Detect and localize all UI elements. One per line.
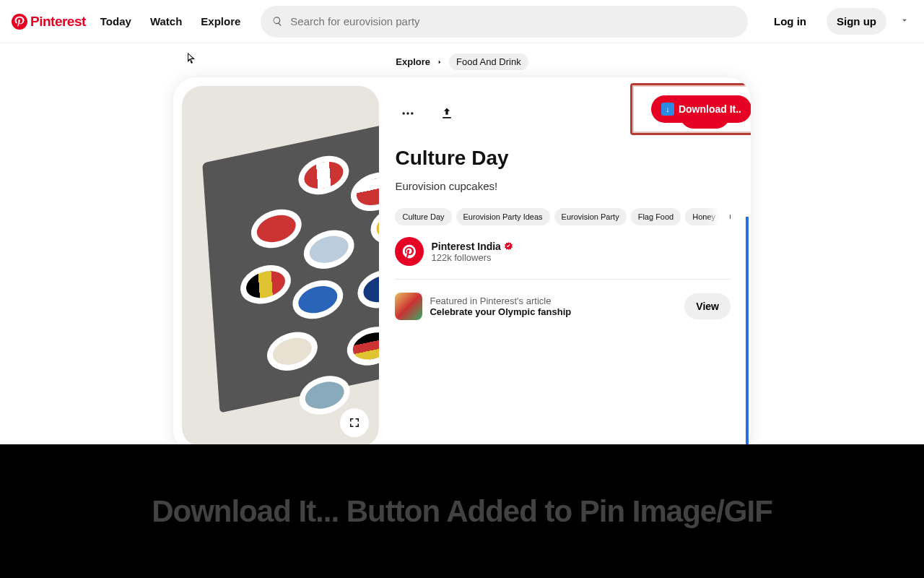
caption-text: Download It... Button Added to Pin Image…: [152, 494, 772, 529]
pinterest-icon: [12, 14, 27, 30]
login-button[interactable]: Log in: [764, 8, 816, 35]
profile-followers: 122k followers: [431, 252, 513, 263]
chevron-down-icon: [899, 15, 910, 25]
more-button[interactable]: [395, 100, 421, 126]
tag[interactable]: Culture Day: [395, 208, 451, 225]
annotation-line: [746, 217, 749, 462]
pin-description: Eurovision cupcakes!: [395, 180, 731, 192]
svg-point-2: [407, 112, 409, 114]
pin-title: Culture Day: [395, 147, 731, 170]
expand-image-button[interactable]: [340, 408, 369, 437]
search-input[interactable]: [290, 15, 736, 27]
nav-today[interactable]: Today: [96, 9, 136, 33]
pin-image[interactable]: [182, 86, 379, 447]
download-highlight-box: ↓ Download It..: [630, 83, 751, 135]
featured-text: Featured in Pinterest's article Celebrat…: [430, 296, 677, 317]
profile-info: Pinterest India 122k followers: [431, 241, 513, 263]
logo[interactable]: Pinterest: [12, 14, 86, 30]
chevron-right-icon: [436, 59, 443, 66]
share-icon: [440, 106, 454, 121]
featured-row: Featured in Pinterest's article Celebrat…: [395, 293, 731, 320]
chevron-right-icon: [726, 212, 731, 222]
expand-icon: [348, 416, 361, 429]
featured-sub: Featured in Pinterest's article: [430, 296, 677, 306]
tag[interactable]: Flag Food: [631, 208, 681, 225]
avatar: [395, 237, 424, 266]
tag[interactable]: Eurovision Party: [554, 208, 627, 225]
breadcrumb-root[interactable]: Explore: [396, 56, 430, 67]
featured-thumb: [395, 293, 422, 320]
header: Pinterest Today Watch Explore Log in Sig…: [0, 0, 924, 43]
download-button[interactable]: ↓ Download It..: [651, 95, 751, 123]
svg-point-1: [403, 112, 405, 114]
search-bar[interactable]: [261, 6, 748, 38]
svg-point-3: [411, 112, 414, 114]
download-icon: ↓: [661, 103, 674, 116]
logo-text: Pinterest: [30, 14, 86, 30]
profile-name: Pinterest India: [431, 241, 513, 252]
header-menu-chevron[interactable]: [897, 12, 912, 31]
featured-main: Celebrate your Olympic fanship: [430, 306, 677, 317]
profile-row[interactable]: Pinterest India 122k followers: [395, 237, 731, 266]
image-content: [202, 113, 379, 413]
breadcrumb: Explore Food And Drink: [0, 43, 924, 77]
verified-icon: [504, 241, 513, 251]
more-icon: [401, 106, 415, 121]
signup-button[interactable]: Sign up: [827, 8, 886, 35]
pinterest-icon: [401, 243, 417, 259]
tags-scroll-right[interactable]: [707, 208, 731, 225]
cursor-icon: [188, 53, 196, 64]
search-icon: [272, 16, 283, 27]
divider: [395, 279, 731, 280]
breadcrumb-leaf[interactable]: Food And Drink: [449, 53, 528, 70]
pin-card: Save ↓ Download It.. Culture Day Eurovis…: [173, 77, 751, 453]
view-button[interactable]: View: [684, 293, 731, 319]
share-button[interactable]: [434, 100, 460, 126]
caption-overlay: Download It... Button Added to Pin Image…: [0, 444, 924, 578]
nav-watch[interactable]: Watch: [146, 9, 186, 33]
pin-details: Save ↓ Download It.. Culture Day Eurovis…: [388, 77, 751, 453]
tag[interactable]: Eurovision Party Ideas: [456, 208, 550, 225]
download-label: Download It..: [679, 103, 741, 115]
nav-explore[interactable]: Explore: [196, 9, 245, 33]
tag-row: Culture Day Eurovision Party Ideas Eurov…: [395, 208, 731, 225]
